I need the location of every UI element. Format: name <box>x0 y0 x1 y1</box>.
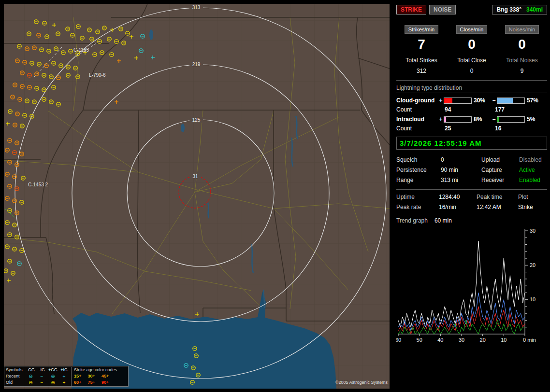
total-strikes-value: 312 <box>396 68 447 74</box>
svg-text:30: 30 <box>459 337 464 343</box>
upload-status: Disabled <box>519 156 550 163</box>
ic-negative-percent: 5% <box>525 116 544 123</box>
plot-value: Strike <box>518 204 545 210</box>
ic-positive-recent-icon: + <box>58 373 70 379</box>
legend-col-neg-ic: -IC <box>36 367 47 373</box>
noise-button[interactable]: NOISE <box>429 5 456 14</box>
squelch-label: Squelch <box>396 156 441 163</box>
cg-positive-old-icon: ⊕ <box>47 379 58 386</box>
total-close-label: Total Close <box>447 57 497 64</box>
peak-rate-value: 16/min <box>439 204 477 210</box>
rate-stats: Strikes/min 7 Total Strikes 312 Close/mi… <box>396 25 547 74</box>
legend-old-label: Old <box>6 379 25 386</box>
total-noises-value: 9 <box>497 68 547 74</box>
uptime-label: Uptime <box>396 194 439 200</box>
settings-grid: Squelch 0 Upload Disabled Persistence 90… <box>396 156 547 183</box>
map-legend: Symbols -CG -IC +CG +IC Strike age color… <box>4 366 129 387</box>
svg-text:50: 50 <box>417 337 422 343</box>
ic-count-label: Count <box>396 125 438 132</box>
legend-col-pos-cg: +CG <box>47 367 58 373</box>
strikes-per-min-value: 7 <box>396 37 447 52</box>
svg-text:C-1185: C-1185 <box>73 47 89 53</box>
cg-negative-count: 177 <box>488 106 538 113</box>
cg-positive-bar <box>444 98 472 104</box>
cg-negative-bar <box>497 98 525 104</box>
total-close-value: 0 <box>447 68 497 74</box>
strikes-per-min-column: Strikes/min 7 Total Strikes 312 <box>396 25 447 74</box>
legend-symbols-label: Symbols <box>6 367 25 373</box>
peak-rate-label: Peak rate <box>396 204 439 210</box>
range-label: Range <box>396 177 441 183</box>
lake <box>181 124 185 132</box>
persistence-label: Persistence <box>396 167 441 173</box>
upload-label: Upload <box>481 156 519 163</box>
ic-positive-old-icon: + <box>58 379 70 386</box>
svg-text:219: 219 <box>192 62 201 67</box>
lake <box>149 29 153 40</box>
persistence-value: 90 min <box>441 167 481 173</box>
uptime-value: 1284:40 <box>439 194 477 200</box>
minus-sign: − <box>491 97 497 104</box>
cg-positive-count: 94 <box>438 106 488 113</box>
svg-text:31: 31 <box>192 174 198 179</box>
svg-text:C-1453 2: C-1453 2 <box>28 182 48 187</box>
bearing-value: Bng 338° <box>496 6 521 13</box>
squelch-value: 0 <box>441 156 481 163</box>
distribution-title: Lightning type distribution <box>396 84 547 93</box>
ic-positive-count: 25 <box>438 125 488 132</box>
legend-age-row-old: 60+ 75+ 90+ <box>71 379 127 386</box>
ic-negative-old-icon: − <box>36 379 47 386</box>
map-svg: 313 219 125 31 C-1185L-790-6C-1453 2 <box>4 4 390 389</box>
legend-col-pos-ic: +IC <box>58 367 70 373</box>
intracloud-count-row: Count 25 16 <box>396 125 547 132</box>
total-noises-label: Total Noises <box>497 57 547 64</box>
noises-per-min-header: Noises/min <box>505 25 539 34</box>
strike-button[interactable]: STRIKE <box>396 5 426 14</box>
svg-text:40: 40 <box>437 337 443 343</box>
total-strikes-label: Total Strikes <box>396 57 447 64</box>
trend-graph-header: Trend graph 60 min <box>396 217 547 224</box>
plot-label: Plot <box>518 194 545 200</box>
ic-positive-bar <box>444 116 472 123</box>
plus-sign: + <box>438 97 444 104</box>
receiver-status: Enabled <box>519 177 550 183</box>
copyright-text: ©2005 Astrogenic Systems <box>335 380 388 385</box>
svg-text:20: 20 <box>480 337 486 343</box>
cg-negative-old-icon: ⊖ <box>25 379 36 386</box>
range-value: 313 mi <box>441 177 481 183</box>
noises-per-min-column: Noises/min 0 Total Noises 9 <box>497 25 547 74</box>
cg-count-label: Count <box>396 106 438 113</box>
cg-positive-recent-icon: ⊕ <box>47 373 58 379</box>
divider <box>396 80 547 81</box>
svg-text:0 min: 0 min <box>523 337 536 343</box>
minus-sign: − <box>491 116 497 123</box>
intracloud-label: Intracloud <box>396 116 438 123</box>
lightning-map: 313 219 125 31 C-1185L-790-6C-1453 2 Sym… <box>4 4 390 389</box>
svg-text:20: 20 <box>530 262 536 268</box>
capture-label: Capture <box>481 167 519 173</box>
peak-time-value: 12:42 AM <box>477 204 518 210</box>
trend-graph-window: 60 min <box>434 217 452 224</box>
close-per-min-header: Close/min <box>456 25 488 34</box>
ic-negative-recent-icon: − <box>36 373 47 379</box>
capture-status: Active <box>519 167 550 173</box>
bearing-display: Bng 338° 340mi <box>492 5 547 14</box>
noises-per-min-value: 0 <box>497 37 547 52</box>
svg-text:125: 125 <box>192 117 201 123</box>
legend-age-title: Strike age color codes <box>71 367 127 373</box>
datetime-display: 3/7/2026 12:55:19 AM <box>396 137 547 150</box>
close-per-min-value: 0 <box>447 37 497 52</box>
cg-negative-recent-icon: ⊖ <box>25 373 36 379</box>
strikes-per-min-header: Strikes/min <box>405 25 438 34</box>
svg-text:30: 30 <box>530 228 536 234</box>
plus-sign: + <box>438 116 444 123</box>
cg-negative-percent: 57% <box>525 97 544 104</box>
uptime-grid: Uptime 1284:40 Peak time Plot Peak rate … <box>396 194 547 210</box>
legend-recent-label: Recent <box>6 373 25 379</box>
intracloud-row: Intracloud + 8% − 5% <box>396 116 547 123</box>
legend-age-row-recent: 15+ 30+ 45+ <box>71 373 127 379</box>
receiver-label: Receiver <box>481 177 519 183</box>
svg-text:60: 60 <box>396 337 401 343</box>
trend-graph: 1020306050403020100 min <box>396 226 547 348</box>
cloud-ground-count-row: Count 94 177 <box>396 106 547 113</box>
